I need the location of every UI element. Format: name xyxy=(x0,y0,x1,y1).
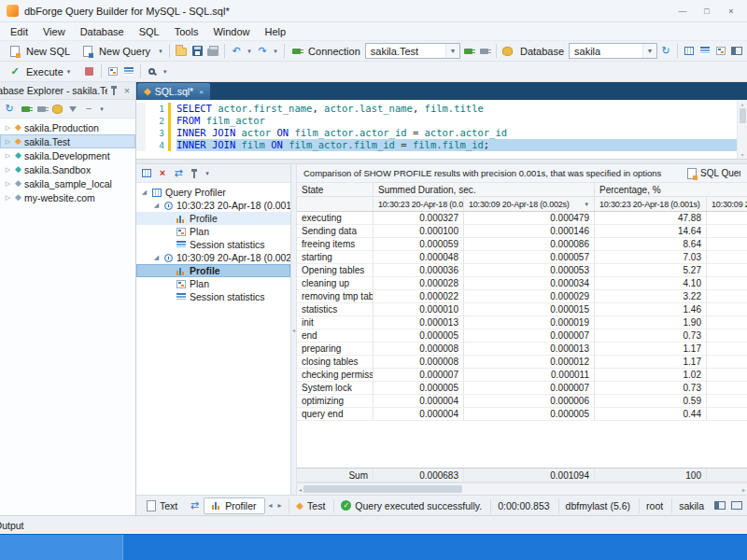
profiler-node-plan[interactable]: Plan xyxy=(136,225,290,238)
grid-row-checking-permissions[interactable]: checking permissions0.0000070.0000111.02 xyxy=(297,369,747,382)
tree-expander-icon[interactable]: ◢ xyxy=(140,189,148,196)
explorer-item-sakila-sample-local[interactable]: ▷◆sakila_sample_local xyxy=(0,176,135,190)
grid-row-init[interactable]: init0.0000130.0000191.90 xyxy=(297,316,747,329)
grid-row-opening-tables[interactable]: Opening tables0.0000360.0000535.27 xyxy=(297,264,747,277)
taskbar-active-button[interactable] xyxy=(0,535,123,560)
scroll-right-icon[interactable]: ▸ xyxy=(742,486,745,493)
profiler-node-query-profiler[interactable]: ◢Query Profiler xyxy=(136,186,290,199)
layout-full-icon[interactable] xyxy=(729,498,744,513)
grid-row-cleaning-up[interactable]: cleaning up0.0000280.0000344.10 xyxy=(297,277,747,290)
redo-menu-arrow[interactable]: ▾ xyxy=(271,44,280,59)
scrollbar-thumb[interactable] xyxy=(303,485,462,493)
explorer-item-sakila-production[interactable]: ▷◆sakila.Production xyxy=(0,120,135,134)
tab-close-icon[interactable]: × xyxy=(199,88,204,96)
profiler-node-plan[interactable]: Plan xyxy=(136,277,290,290)
menu-sql[interactable]: SQL xyxy=(132,24,167,39)
execute-menu-arrow[interactable]: ▾ xyxy=(67,68,77,76)
tree-expander-icon[interactable]: ◢ xyxy=(152,202,161,209)
next-view-arrow[interactable]: ▸ xyxy=(276,501,284,510)
taskbar[interactable] xyxy=(0,534,747,560)
column-header-state[interactable]: State xyxy=(297,183,374,196)
output-panel-tab[interactable]: Output xyxy=(0,515,747,534)
profiler-node-profile[interactable]: Profile xyxy=(136,264,290,277)
expander-icon[interactable]: ▷ xyxy=(4,152,12,160)
explorer-item-sakila-test[interactable]: ▷◆sakila.Test xyxy=(0,134,135,148)
column-header-session2[interactable]: 10:30:09 20-Apr-18 (0.002s) ▼ xyxy=(464,197,595,211)
column-header-session4[interactable]: 10:30:09 20-Apr-18 (0.002s) xyxy=(707,197,747,211)
menu-help[interactable]: Help xyxy=(258,24,294,39)
save-icon[interactable] xyxy=(190,44,204,59)
delete-result-icon[interactable]: × xyxy=(155,166,170,181)
stop-execution-icon[interactable] xyxy=(82,64,97,79)
tab-profiler[interactable]: Profiler xyxy=(204,497,264,514)
table-data-icon[interactable] xyxy=(729,44,744,59)
new-connection-icon[interactable] xyxy=(18,102,33,117)
pin-result-icon[interactable] xyxy=(187,166,202,181)
grid-row-system-lock[interactable]: System lock0.0000050.0000070.73 xyxy=(297,382,747,395)
minimize-button[interactable]: — xyxy=(670,0,695,21)
profiler-node-10-30-23-20-apr-18-0-001s[interactable]: ◢10:30:23 20-Apr-18 (0.001s) xyxy=(136,199,290,212)
scroll-up-icon[interactable]: ▴ xyxy=(740,101,744,107)
grid-row-optimizing[interactable]: optimizing0.0000040.0000060.59 xyxy=(297,395,747,408)
new-items-menu-arrow[interactable]: ▾ xyxy=(156,44,165,59)
menu-window[interactable]: Window xyxy=(205,24,257,39)
expander-icon[interactable]: ▷ xyxy=(4,124,12,132)
new-table-icon[interactable] xyxy=(682,44,697,59)
undo-icon[interactable]: ↶ xyxy=(229,44,244,59)
profiler-node-session-statistics[interactable]: Session statistics xyxy=(136,290,290,303)
compare-results-icon[interactable]: ⇄ xyxy=(171,166,186,181)
sql-editor[interactable]: 1SELECT actor.first_name, actor.last_nam… xyxy=(136,100,747,160)
prev-view-arrow[interactable]: ◂ xyxy=(267,501,275,510)
grid-row-end[interactable]: end0.0000050.0000070.73 xyxy=(297,329,747,343)
refresh-icon[interactable]: ↻ xyxy=(658,44,673,59)
code-line-2[interactable]: 2FROM film_actor xyxy=(136,115,737,127)
filter-icon[interactable] xyxy=(65,102,80,117)
refresh-icon[interactable]: ↻ xyxy=(2,102,17,117)
column-header-session3[interactable]: 10:30:23 20-Apr-18 (0.001s) xyxy=(595,197,707,211)
expander-icon[interactable]: ▷ xyxy=(4,194,12,202)
grid-row-removing-tmp-table[interactable]: removing tmp table0.0000220.0000293.22 xyxy=(297,290,747,303)
query-builder-icon[interactable] xyxy=(713,44,728,59)
profiler-node-10-30-09-20-apr-18-0-002s[interactable]: ◢10:30:09 20-Apr-18 (0.002s) xyxy=(136,251,290,264)
column-header-summed-duration[interactable]: Summed Duration, sec. xyxy=(374,183,595,196)
print-icon[interactable] xyxy=(205,44,220,59)
new-database-icon[interactable] xyxy=(49,102,64,117)
code-line-4[interactable]: 4INNER JOIN film ON film_actor.film_id =… xyxy=(136,139,737,151)
collapse-all-icon[interactable]: − xyxy=(81,102,96,117)
toolbar-options-arrow[interactable]: ▾ xyxy=(161,64,170,79)
pin-icon[interactable] xyxy=(107,84,120,97)
code-line-1[interactable]: 1SELECT actor.first_name, actor.last_nam… xyxy=(136,103,737,115)
expander-icon[interactable]: ▷ xyxy=(4,180,12,188)
grid-row-starting[interactable]: starting0.0000480.0000577.03 xyxy=(297,251,747,264)
find-icon[interactable] xyxy=(145,64,160,79)
scroll-down-icon[interactable]: ▾ xyxy=(740,151,744,158)
explorer-item-sakila-development[interactable]: ▷◆sakila.Development xyxy=(0,148,135,162)
connect-icon[interactable] xyxy=(461,44,476,59)
open-file-icon[interactable] xyxy=(174,44,189,59)
expander-icon[interactable]: ▷ xyxy=(4,138,12,146)
grid-row-closing-tables[interactable]: closing tables0.0000080.0000121.17 xyxy=(297,356,747,369)
grid-hscrollbar[interactable]: ◂ ▸ xyxy=(297,483,747,495)
profiler-node-profile[interactable]: Profile xyxy=(136,212,290,225)
connection-combo-arrow[interactable]: ▼ xyxy=(445,44,459,58)
tab-sql-document[interactable]: ◆ SQL.sql* × xyxy=(137,83,210,100)
grid-row-query-end[interactable]: query end0.0000040.0000050.44 xyxy=(297,408,747,421)
new-query-button[interactable]: New Query xyxy=(76,42,155,61)
execute-button[interactable]: ✓ Execute ▾ xyxy=(3,63,81,81)
swap-view-icon[interactable]: ⇄ xyxy=(187,498,202,513)
explorer-item-sakila-sandbox[interactable]: ▷◆sakila.Sandbox xyxy=(0,162,135,176)
redo-icon[interactable]: ↷ xyxy=(255,44,270,59)
data-export-icon[interactable] xyxy=(698,44,712,59)
maximize-button[interactable]: □ xyxy=(695,0,719,21)
tree-expander-icon[interactable]: ◢ xyxy=(152,254,161,261)
scroll-left-icon[interactable]: ◂ xyxy=(299,486,302,493)
explorer-item-my-website-com[interactable]: ▷◆my-website.com xyxy=(0,190,135,204)
database-combo[interactable]: sakila ▼ xyxy=(569,43,657,59)
sql-query-button[interactable]: SQL Query xyxy=(684,167,740,180)
menu-edit[interactable]: Edit xyxy=(3,24,35,39)
expander-icon[interactable]: ▷ xyxy=(4,166,12,174)
menu-database[interactable]: Database xyxy=(73,24,132,39)
disconnect-icon[interactable] xyxy=(477,44,492,59)
profiler-node-session-statistics[interactable]: Session statistics xyxy=(136,238,290,251)
grid-row-statistics[interactable]: statistics0.0000100.0000151.46 xyxy=(297,303,747,316)
